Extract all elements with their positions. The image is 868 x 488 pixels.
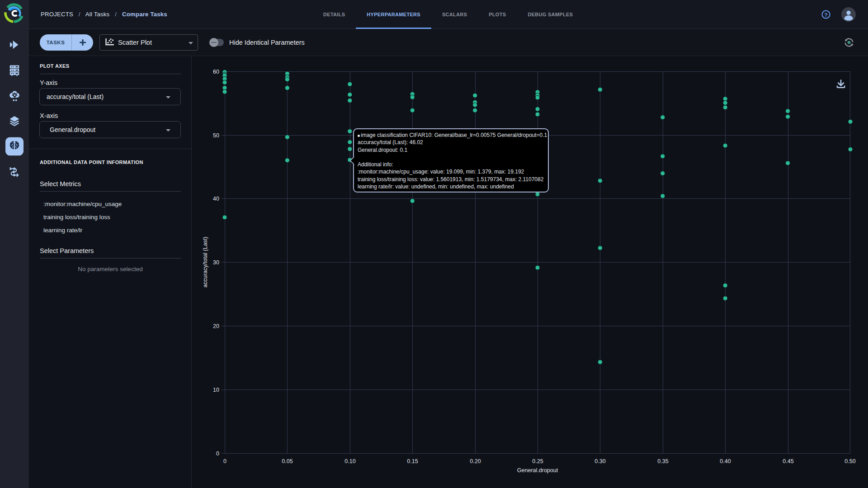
svg-text:0.30: 0.30 bbox=[594, 458, 605, 465]
svg-text:accuracy/total (Last): accuracy/total (Last) bbox=[202, 237, 208, 288]
svg-text:0.40: 0.40 bbox=[720, 458, 731, 465]
svg-text:?: ? bbox=[824, 12, 827, 18]
svg-text:40: 40 bbox=[213, 196, 219, 202]
svg-text:60: 60 bbox=[213, 69, 219, 75]
svg-text:0: 0 bbox=[223, 458, 226, 465]
svg-text:10: 10 bbox=[213, 387, 219, 393]
svg-text:0.15: 0.15 bbox=[407, 458, 418, 465]
svg-text:0.35: 0.35 bbox=[657, 458, 668, 465]
svg-text:0: 0 bbox=[216, 450, 219, 457]
svg-text:30: 30 bbox=[213, 259, 219, 266]
svg-text:0.20: 0.20 bbox=[470, 458, 481, 465]
svg-text:0.10: 0.10 bbox=[344, 458, 355, 465]
svg-text:20: 20 bbox=[213, 323, 219, 329]
svg-text:0.50: 0.50 bbox=[844, 458, 855, 465]
svg-text:0.05: 0.05 bbox=[282, 458, 292, 465]
svg-text:0.25: 0.25 bbox=[532, 458, 543, 465]
svg-text:0.45: 0.45 bbox=[783, 458, 793, 465]
svg-text:General.dropout: General.dropout bbox=[517, 467, 558, 474]
svg-text:50: 50 bbox=[213, 132, 219, 139]
